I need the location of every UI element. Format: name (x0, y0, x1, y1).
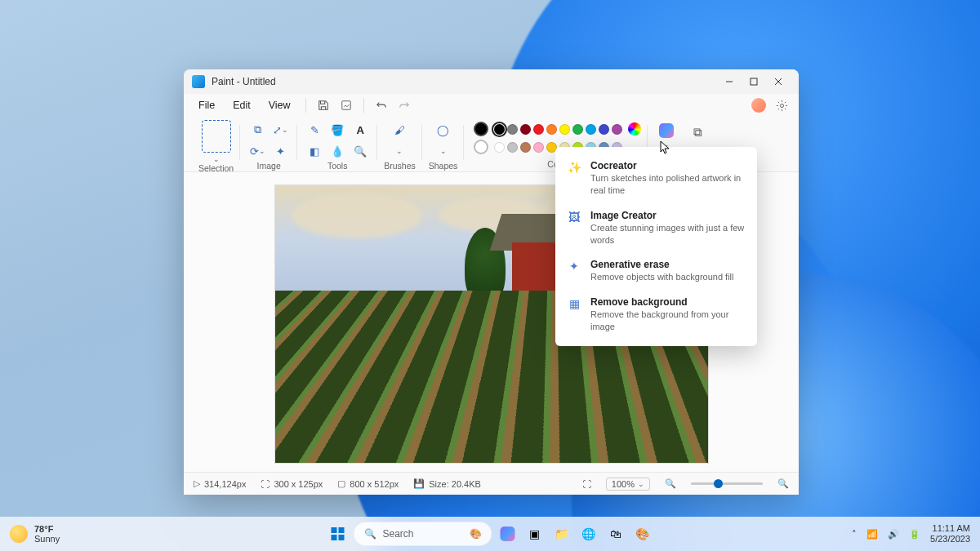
weather-icon (10, 525, 28, 543)
pencil-tool[interactable]: ✎ (304, 120, 325, 140)
menu-item-remove-background[interactable]: ▦ Remove backgroundRemove the background… (555, 290, 757, 340)
selection-label: Selection (198, 163, 234, 176)
shapes-dropdown[interactable]: ⌄ (433, 141, 454, 161)
ribbon-group-tools: ✎ 🪣 A ◧ 💧 🔍 Tools (297, 120, 377, 171)
image-label: Image (257, 161, 281, 173)
menu-view[interactable]: View (261, 96, 299, 114)
shapes-tool[interactable]: ◯ (433, 120, 454, 140)
color-swatch[interactable] (586, 124, 596, 135)
window-title: Paint - Untitled (212, 76, 276, 87)
maximize-button[interactable] (742, 69, 766, 94)
cocreator-icon: ✨ (567, 160, 581, 175)
svg-rect-9 (339, 535, 345, 540)
volume-icon[interactable]: 🔊 (888, 529, 899, 540)
menu-item-cocreator[interactable]: ✨ CocreatorTurn sketches into polished a… (555, 153, 757, 203)
selection-plus-tool[interactable]: ✦ (270, 141, 291, 161)
mouse-cursor (659, 140, 670, 155)
color-swatch[interactable] (533, 142, 544, 153)
battery-icon[interactable]: 🔋 (909, 529, 920, 540)
color-swatch[interactable] (520, 124, 531, 135)
brush-tool[interactable]: 🖌 (389, 120, 410, 140)
crop-tool[interactable]: ⧉ (247, 120, 268, 140)
color-swatch[interactable] (507, 142, 518, 153)
zoom-in-button[interactable]: 🔍 (777, 478, 789, 489)
selection-tool[interactable] (202, 120, 231, 153)
rotate-tool[interactable]: ⟳⌄ (247, 141, 268, 161)
zoom-slider[interactable] (691, 482, 763, 485)
menu-item-image-creator[interactable]: 🖼 Image CreatorCreate stunning images wi… (555, 203, 757, 253)
fit-button[interactable]: ⛶ (582, 479, 591, 489)
close-button[interactable] (766, 69, 791, 94)
titlebar[interactable]: Paint - Untitled (184, 69, 799, 94)
copilot-taskbar-icon[interactable] (497, 522, 519, 545)
taskbar-search[interactable]: 🔍 Search🎨 (354, 522, 492, 546)
background-color[interactable] (474, 140, 488, 154)
selection-size: ⛶ 300 x 125px (261, 479, 323, 489)
svg-rect-8 (332, 535, 337, 540)
shapes-label: Shapes (429, 161, 458, 173)
zoom-out-button[interactable]: 🔍 (665, 478, 676, 489)
color-swatch[interactable] (599, 124, 609, 135)
foreground-color[interactable] (474, 122, 488, 136)
cursor-position: ▷ 314,124px (194, 478, 246, 489)
import-button[interactable] (336, 95, 357, 116)
svg-rect-6 (332, 527, 337, 533)
task-view-icon[interactable]: ▣ (523, 522, 546, 545)
text-tool[interactable]: A (350, 120, 371, 140)
svg-rect-7 (339, 527, 345, 533)
store-icon[interactable]: 🛍 (604, 522, 627, 545)
color-row-1 (474, 122, 641, 136)
svg-rect-1 (751, 78, 757, 85)
generative-erase-icon: ✦ (567, 259, 581, 273)
clock[interactable]: 11:11 AM5/23/2023 (930, 523, 970, 544)
menu-item-generative-erase[interactable]: ✦ Generative eraseRemove objects with ba… (555, 252, 757, 290)
color-swatch[interactable] (559, 124, 570, 135)
menu-edit[interactable]: Edit (225, 96, 259, 114)
system-tray[interactable]: ˄ 📶 🔊 🔋 11:11 AM5/23/2023 (852, 523, 970, 544)
brushes-label: Brushes (384, 161, 416, 173)
zoom-level[interactable]: 100% ⌄ (606, 478, 650, 491)
color-swatch[interactable] (533, 124, 544, 135)
wifi-icon[interactable]: 📶 (866, 529, 878, 540)
copilot-button[interactable] (659, 123, 674, 138)
color-swatch[interactable] (494, 142, 505, 153)
menu-file[interactable]: File (190, 96, 223, 114)
taskbar[interactable]: 78°FSunny 🔍 Search🎨 ▣ 📁 🌐 🛍 🎨 ˄ 📶 🔊 🔋 11… (0, 517, 980, 551)
edit-colors-button[interactable] (628, 122, 641, 136)
paint-app-icon (192, 75, 205, 88)
selection-dropdown[interactable]: ⌄ (213, 155, 220, 163)
eraser-tool[interactable]: ◧ (304, 141, 325, 161)
save-button[interactable] (313, 95, 334, 116)
magnifier-tool[interactable]: 🔍 (350, 141, 371, 161)
weather-widget[interactable]: 78°FSunny (10, 524, 60, 544)
explorer-icon[interactable]: 📁 (550, 522, 573, 545)
svg-point-5 (780, 104, 783, 107)
color-swatch[interactable] (546, 124, 557, 135)
undo-button[interactable] (371, 95, 392, 116)
paint-taskbar-icon[interactable]: 🎨 (631, 522, 654, 545)
canvas-size: ▢ 800 x 512px (337, 478, 399, 489)
tray-chevron-icon[interactable]: ˄ (852, 529, 857, 540)
fill-tool[interactable]: 🪣 (327, 120, 348, 140)
color-swatch[interactable] (520, 142, 531, 153)
color-swatch[interactable] (494, 124, 505, 135)
color-swatch[interactable] (612, 124, 622, 135)
minimize-button[interactable] (717, 69, 742, 94)
redo-button[interactable] (394, 95, 415, 116)
taskbar-center: 🔍 Search🎨 ▣ 📁 🌐 🛍 🎨 (327, 522, 654, 546)
start-button[interactable] (327, 522, 350, 545)
brush-dropdown[interactable]: ⌄ (389, 141, 410, 161)
color-swatch[interactable] (572, 124, 583, 135)
layers-button[interactable]: ⧉ (693, 125, 702, 140)
color-picker-tool[interactable]: 💧 (327, 141, 348, 161)
resize-tool[interactable]: ⤢⌄ (270, 120, 291, 140)
svg-rect-4 (341, 101, 350, 110)
settings-button[interactable] (771, 95, 792, 116)
edge-icon[interactable]: 🌐 (577, 522, 600, 545)
color-swatch[interactable] (507, 124, 518, 135)
image-creator-icon: 🖼 (567, 210, 581, 224)
account-avatar[interactable] (748, 95, 769, 116)
ribbon-group-shapes: ◯ ⌄ Shapes (422, 120, 465, 171)
remove-background-icon: ▦ (567, 296, 581, 311)
statusbar: ▷ 314,124px ⛶ 300 x 125px ▢ 800 x 512px … (184, 472, 799, 495)
